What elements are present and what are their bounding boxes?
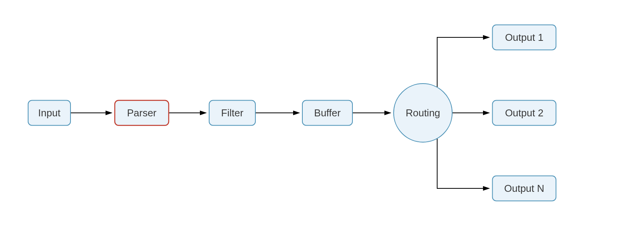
node-output1: Output 1 [493,25,556,50]
node-filter: Filter [209,101,255,126]
node-routing: Routing [394,84,452,142]
node-outputn: Output N [493,176,556,201]
node-output2: Output 2 [493,101,556,126]
node-outputn-label: Output N [504,183,544,194]
node-buffer: Buffer [302,101,352,126]
node-parser-label: Parser [127,107,157,119]
node-parser: Parser [115,101,169,126]
node-output2-label: Output 2 [505,107,543,119]
edge-routing-output1 [437,37,489,87]
pipeline-diagram: Input Parser Filter Buffer Routing Outpu… [0,0,644,245]
node-output1-label: Output 1 [505,32,543,43]
node-filter-label: Filter [221,107,243,119]
node-routing-label: Routing [406,107,440,119]
node-buffer-label: Buffer [314,107,341,119]
node-input-label: Input [38,107,61,119]
node-input: Input [28,101,70,126]
edge-routing-outputn [437,138,489,188]
